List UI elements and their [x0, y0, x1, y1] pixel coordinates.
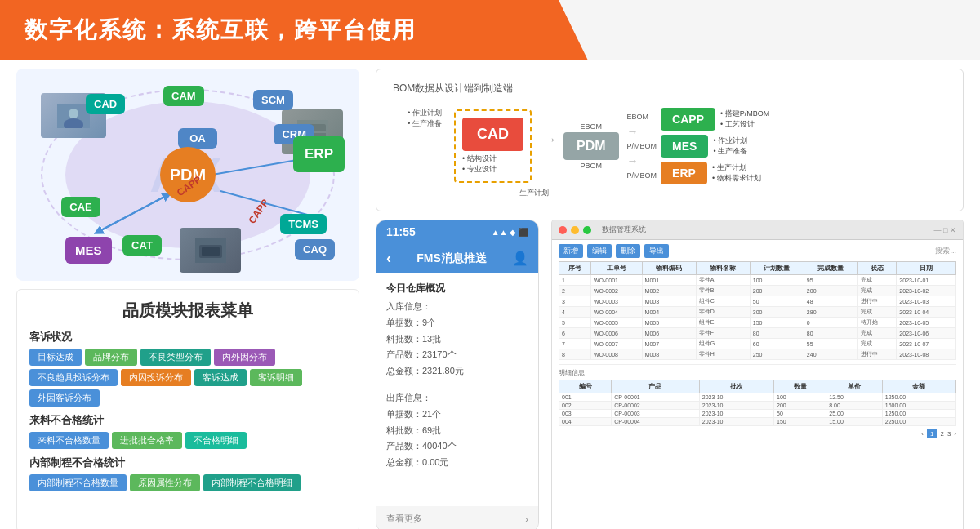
- process-title: 内部制程不合格统计: [29, 456, 346, 470]
- phone-back-button[interactable]: ‹: [386, 250, 391, 267]
- phone-more-link[interactable]: 查看更多 ›: [376, 506, 538, 529]
- bom-mes-node: MES: [661, 135, 708, 158]
- table-row: 4WO-0004M004零件D300280完成2023-10-04: [559, 307, 956, 318]
- phone-body: 今日仓库概况 入库信息： 单据数：9个 料批数：13批 产品数：23170个 总…: [376, 273, 538, 506]
- bom-erp-notes: • 生产计划 • 物料需求计划: [712, 162, 761, 184]
- pagination-prev[interactable]: ‹: [921, 430, 924, 438]
- tag-incoming-1: 来料不合格数量: [29, 432, 109, 449]
- photo-2: [180, 228, 241, 273]
- bom-mes-row: MES • 作业计划 • 生产准备: [661, 135, 747, 158]
- svg-point-1: [69, 109, 78, 118]
- phone-header: ‹ FMS消息推送 👤: [376, 243, 538, 273]
- bom-pdm-wrapper: EBOM PDM PBOM: [564, 122, 619, 170]
- dt-sub-title: 明细信息: [559, 368, 956, 377]
- pagination-3[interactable]: 3: [947, 430, 951, 438]
- table-row: 3WO-0003M003组件C5048进行中2023-10-03: [559, 296, 956, 307]
- tag-5: 不良趋具投诉分布: [29, 369, 118, 386]
- node-tcms: TCMS: [280, 214, 327, 234]
- pagination-1[interactable]: 1: [927, 429, 937, 438]
- node-erp: ERP: [293, 136, 345, 172]
- bom-pmbom-label-1: P/MBOM: [627, 142, 657, 150]
- dt-pagination: ‹ 1 2 3 ›: [559, 429, 956, 438]
- bom-capp-row: CAPP • 搭建P/MBOM • 工艺设计: [661, 108, 769, 131]
- table-row: 1WO-0001M001零件A10095完成2023-10-01: [559, 275, 956, 286]
- data-table-screenshot: 数据管理系统 — □ ✕ 新增 编辑 删除 导出 搜索... 序号: [551, 220, 964, 529]
- bom-top-row: CAD • 结构设计 • 专业设计 → EBOM PDM P: [454, 108, 947, 184]
- dt-sub-col-3: 批次: [699, 380, 773, 393]
- table-row: 2WO-0002M002零件B200200完成2023-10-02: [559, 286, 956, 296]
- bom-cad-notes: • 结构设计 • 专业设计: [462, 153, 523, 175]
- right-panel: BOM数据从设计端到制造端 • 作业计划 • 生产准备: [376, 69, 964, 529]
- dt-minimize-button[interactable]: [571, 226, 579, 234]
- arrow-pdm-mes: →: [627, 154, 639, 167]
- phone-total-amount: 总金额：2321.80元: [386, 363, 528, 380]
- complaints-title: 客诉状况: [29, 330, 346, 345]
- node-cae: CAE: [61, 197, 100, 217]
- phone-out-product-count: 产品数：40040个: [386, 438, 528, 455]
- dt-col-order: 工单号: [590, 262, 642, 275]
- phone-time: 11:55: [386, 225, 416, 238]
- bottom-row: 11:55 ▲▲ ◆ ⬛ ‹ FMS消息推送 👤 今日仓库概况 入库信息： 单据…: [376, 220, 964, 529]
- dt-delete-button[interactable]: 删除: [616, 244, 640, 258]
- tag-8: 客诉明细: [250, 369, 302, 386]
- dt-export-button[interactable]: 导出: [644, 244, 669, 258]
- bom-mes-notes: • 作业计划 • 生产准备: [713, 136, 747, 157]
- tag-7: 客诉达成: [194, 369, 247, 386]
- tag-1: 目标达成: [29, 349, 82, 366]
- phone-divider: [386, 385, 528, 385]
- table-row: 7WO-0007M007组件G6055完成2023-10-07: [559, 339, 956, 349]
- incoming-tags: 来料不合格数量 进批批合格率 不合格明细: [29, 432, 346, 449]
- bom-right-arrows: EBOM → P/MBOM → P/MBOM: [627, 113, 657, 180]
- dt-col-done: 完成数量: [804, 262, 858, 275]
- dt-sub-col-1: 编号: [559, 380, 612, 393]
- dt-tbody: 1WO-0001M001零件A10095完成2023-10-012WO-0002…: [559, 275, 956, 360]
- bom-right-nodes: CAPP • 搭建P/MBOM • 工艺设计 MES • 作业计划: [661, 108, 769, 184]
- phone-batch-count: 料批数：13批: [386, 331, 528, 348]
- tag-4: 内外因分布: [214, 349, 275, 366]
- chevron-right-icon: ›: [525, 514, 528, 524]
- complaints-tags: 目标达成 品牌分布 不良类型分布 内外因分布 不良趋具投诉分布 内因投诉分布 客…: [29, 349, 346, 407]
- arrow-cad-pdm: →: [542, 131, 557, 149]
- bom-erp-row: ERP • 生产计划 • 物料需求计划: [661, 162, 760, 184]
- bom-ebom-label-1: EBOM: [581, 122, 603, 131]
- quality-section-complaints: 客诉状况 目标达成 品牌分布 不良类型分布 内外因分布 不良趋具投诉分布 内因投…: [29, 330, 346, 407]
- tag-process-3: 内部制程不合格明细: [203, 474, 301, 491]
- dt-sub-area: 明细信息 编号 产品 批次 数量 单价 金额: [559, 364, 956, 426]
- pagination-2[interactable]: 2: [940, 430, 943, 438]
- dt-col-seq: 序号: [559, 262, 591, 275]
- phone-order-count: 单据数：9个: [386, 315, 528, 331]
- node-cat: CAT: [122, 235, 162, 256]
- phone-section-title: 今日仓库概况: [386, 282, 528, 296]
- bom-content: • 作业计划 • 生产准备 CAD • 结构设计 •: [393, 108, 947, 198]
- pagination-next[interactable]: ›: [954, 430, 956, 438]
- phone-signal-icons: ▲▲ ◆ ⬛: [492, 228, 528, 237]
- page-title: 数字化系统：系统互联，跨平台使用: [24, 15, 956, 46]
- bom-pmbom-label-2: P/MBOM: [627, 171, 657, 180]
- table-row: 6WO-0006M006零件F8080完成2023-10-06: [559, 328, 956, 339]
- dt-new-button[interactable]: 新增: [559, 244, 583, 258]
- quality-section-incoming: 来料不合格统计 来料不合格数量 进批批合格率 不合格明细: [29, 413, 346, 449]
- tag-process-2: 原因属性分布: [130, 474, 200, 491]
- dt-search-area: 搜索...: [935, 246, 956, 256]
- main-content: AX: [0, 69, 980, 529]
- table-row: 002CP-000022023-102008.001600.00: [559, 402, 956, 410]
- dt-close-button[interactable]: [559, 226, 567, 234]
- dt-edit-button[interactable]: 编辑: [587, 244, 612, 258]
- tag-2: 品牌分布: [85, 349, 137, 366]
- dt-maximize-button[interactable]: [583, 226, 591, 234]
- left-panel: AX: [16, 69, 359, 529]
- phone-out-order-count: 单据数：21个: [386, 407, 528, 423]
- node-scm: SCM: [253, 90, 293, 110]
- table-row: 5WO-0005M005组件E1500待开始2023-10-05: [559, 318, 956, 328]
- dt-sub-col-2: 产品: [612, 380, 700, 393]
- node-cad: CAD: [86, 94, 125, 114]
- dt-content: 新增 编辑 删除 导出 搜索... 序号 工单号 物料编码 物料名称: [552, 240, 963, 529]
- bom-pdm-node: PDM: [564, 132, 619, 160]
- phone-out-batch-count: 料批数：69批: [386, 423, 528, 439]
- bom-pbom-label: PBOM: [581, 162, 603, 170]
- phone-fms-title: FMS消息推送: [416, 251, 487, 266]
- bom-title: BOM数据从设计端到制造端: [393, 82, 947, 96]
- bom-cad-node: CAD: [462, 118, 523, 151]
- process-tags: 内部制程不合格数量 原因属性分布 内部制程不合格明细: [29, 474, 346, 491]
- bom-capp-node: CAPP: [661, 108, 715, 131]
